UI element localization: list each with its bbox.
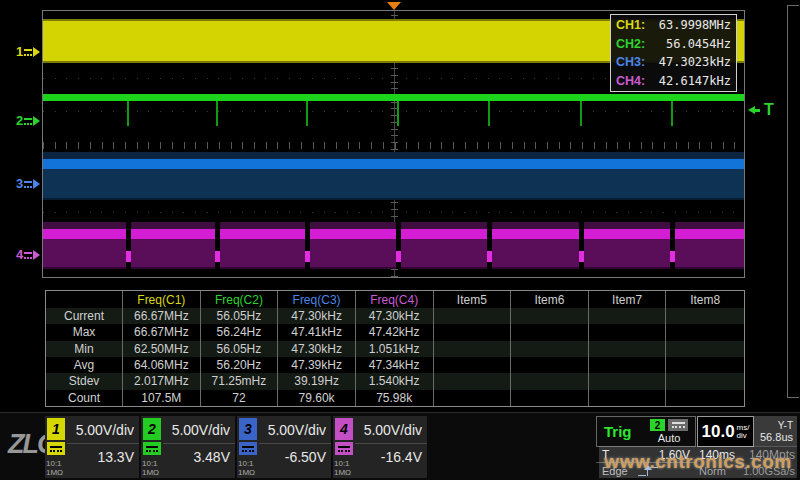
row-label-stdev: Stdev [46,373,123,389]
trigger-position-marker[interactable] [387,2,401,10]
table-cell: 79.60k [278,390,356,406]
table-cell [589,341,667,357]
trigger-level-marker[interactable]: T [748,101,774,119]
column-header-item8: Item8 [666,291,744,308]
table-cell [589,390,667,406]
table-cell: 56.05Hz [201,308,279,324]
table-cell [434,357,512,373]
table-cell [666,390,744,406]
channel1-number-badge[interactable]: 1 [47,418,65,440]
channel3-settings[interactable]: 3 10:1 1MΩ 5.00V/div -6.50V [237,416,331,478]
channel3-scale: 5.00V/div [259,416,331,444]
channel3-waveform-dim [43,169,744,200]
arrow-left-stem [755,109,760,112]
table-cell [666,341,744,357]
freq-value-ch4: 42.6147kHz [659,74,731,88]
freq-row-ch4: CH4: 42.6147kHz [616,72,731,91]
channel4-gap-pulse [215,251,220,262]
channel4-gap [396,222,401,269]
freq-value-ch2: 56.0454Hz [666,37,731,51]
channel4-gap [670,222,675,269]
freq-value-ch1: 63.9998MHz [659,18,731,32]
dc-coupling-icon [24,49,32,56]
table-cell: 47.39kHz [278,357,356,373]
column-header-freq-c3: Freq(C3) [278,291,356,308]
dc-coupling-icon [335,442,353,455]
dc-coupling-icon [47,442,65,455]
table-cell: 47.34kHz [356,357,434,373]
channel4-gap [579,222,584,269]
channel4-offset: -16.4V [355,444,427,470]
arrow-right-icon [33,250,40,260]
table-cell [434,324,512,340]
freq-row-ch1: CH1: 63.9998MHz [616,16,731,35]
channel4-impedance: 1MΩ [333,468,355,477]
channel3-offset: -6.50V [259,444,331,470]
column-header-item5: Item5 [434,291,512,308]
channel1-position-marker[interactable]: 1 [16,44,42,59]
channel2-marker-label: 2 [16,113,23,128]
freq-label-ch4: CH4: [616,74,645,88]
display-mode-box: Y-T 56.8us [754,416,797,447]
channel4-settings[interactable]: 4 10:1 1MΩ 5.00V/div -16.4V [333,416,427,478]
measurement-table: Freq(C1) Freq(C2) Freq(C3) Freq(C4) Item… [45,290,745,407]
channel2-number-badge[interactable]: 2 [143,418,161,440]
channel4-waveform-dim [43,239,744,269]
table-cell [511,373,589,389]
channel3-number-badge[interactable]: 3 [239,418,257,440]
table-cell: 47.30kHz [278,341,356,357]
channel4-gap [305,222,310,269]
table-cell [666,308,744,324]
channel4-gap [126,222,131,269]
channel3-position-marker[interactable]: 3 [16,176,42,191]
table-cell: 66.67MHz [123,324,201,340]
channel4-gap [487,222,492,269]
channel4-position-marker[interactable]: 4 [16,247,42,262]
table-cell [434,390,512,406]
row-label-max: Max [46,324,123,340]
channel4-number-badge[interactable]: 4 [335,418,353,440]
frequency-counter-overlay: CH1: 63.9998MHz CH2: 56.0454Hz CH3: 47.3… [610,14,737,92]
table-cell: 66.67MHz [123,308,201,324]
table-cell: 75.98k [356,390,434,406]
freq-value-ch3: 47.3023kHz [659,55,731,69]
column-header-freq-c1: Freq(C1) [123,291,201,308]
column-header-freq-c2: Freq(C2) [201,291,279,308]
trigger-box[interactable]: Trig 2 Auto [596,416,696,447]
trigger-coupling-icon [668,419,688,431]
channel2-badges: 2 10:1 1MΩ [141,416,163,478]
channel2-spike [306,101,308,126]
dc-coupling-icon [143,442,161,455]
channel2-position-marker[interactable]: 2 [16,113,42,128]
trigger-source-badge[interactable]: 2 [650,419,665,431]
table-cell: 71.25mHz [201,373,279,389]
table-cell [511,357,589,373]
table-cell: 1.051kHz [356,341,434,357]
trigger-marker-label: T [764,101,774,119]
row-label-min: Min [46,341,123,357]
trigger-source-area: 2 Auto [643,417,695,446]
channel4-marker-label: 4 [16,247,23,262]
table-cell [589,324,667,340]
channel2-settings[interactable]: 2 10:1 1MΩ 5.00V/div 3.48V [141,416,235,478]
row-label-avg: Avg [46,357,123,373]
timebase-scale-box[interactable]: 10.0 ms/div [697,416,754,447]
freq-row-ch2: CH2: 56.0454Hz [616,35,731,54]
channel1-settings[interactable]: 1 10:1 1MΩ 5.00V/div 13.3V [45,416,139,478]
table-cell [589,357,667,373]
display-mode: Y-T [778,420,793,431]
dc-coupling-icon [24,181,32,188]
channel3-badges: 3 10:1 1MΩ [237,416,259,478]
table-cell [511,390,589,406]
channel2-spike [397,101,399,126]
row-label-current: Current [46,308,123,324]
channel1-scale: 5.00V/div [67,416,139,444]
table-cell [511,308,589,324]
table-cell: 72 [201,390,279,406]
table-cell [434,373,512,389]
channel2-waveform [43,94,744,101]
trigger-badges: 2 [650,419,688,431]
channel2-spike [216,101,218,126]
table-cell: 1.540kHz [356,373,434,389]
timebase-unit: ms/div [737,424,750,440]
